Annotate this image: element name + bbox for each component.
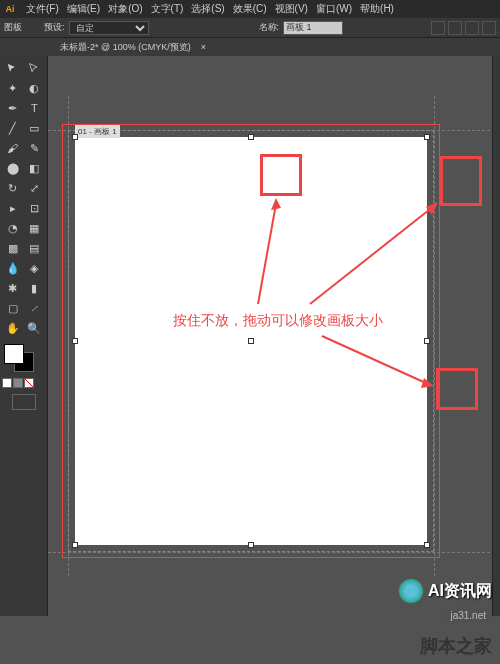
preset-select[interactable]: 自定 xyxy=(69,21,149,35)
pencil-tool[interactable]: ✎ xyxy=(24,138,46,158)
menu-help[interactable]: 帮助(H) xyxy=(356,2,398,16)
type-tool[interactable]: T xyxy=(24,98,46,118)
menu-effect[interactable]: 效果(C) xyxy=(229,2,271,16)
paintbrush-tool[interactable]: 🖌 xyxy=(2,138,24,158)
gradient-mode-icon[interactable] xyxy=(13,378,23,388)
artboard-mode-label: 图板 xyxy=(4,21,22,34)
preset-label: 预设: xyxy=(44,21,65,34)
none-mode-icon[interactable] xyxy=(24,378,34,388)
watermark-logo: AI资讯网 xyxy=(398,578,492,604)
lasso-tool[interactable]: ◐ xyxy=(24,78,46,98)
rectangle-tool[interactable]: ▭ xyxy=(24,118,46,138)
annotation-text: 按住不放，拖动可以修改画板大小 xyxy=(173,312,383,330)
watermark-url: ja31.net xyxy=(446,609,490,622)
slice-tool[interactable]: ⟋ xyxy=(24,298,46,318)
tab-close-icon[interactable]: × xyxy=(201,42,206,52)
artboard-name-input[interactable] xyxy=(283,21,343,35)
symbol-sprayer-tool[interactable]: ✱ xyxy=(2,278,24,298)
screen-mode-icon[interactable] xyxy=(12,394,36,410)
fill-swatch[interactable] xyxy=(4,344,24,364)
ctrl-icon-3[interactable] xyxy=(465,21,479,35)
name-label: 名称: xyxy=(259,21,280,34)
panel-dock-right[interactable] xyxy=(492,56,500,616)
pen-tool[interactable]: ✒ xyxy=(2,98,24,118)
rotate-tool[interactable]: ↻ xyxy=(2,178,24,198)
highlight-box-right xyxy=(436,368,478,410)
resize-handle-tl[interactable] xyxy=(72,134,78,140)
ctrl-icon-2[interactable] xyxy=(448,21,462,35)
scale-tool[interactable]: ⤢ xyxy=(24,178,46,198)
control-bar: 图板 预设: 自定 名称: xyxy=(0,18,500,38)
document-tabbar: 未标题-2* @ 100% (CMYK/预览) × xyxy=(0,38,500,56)
hand-tool[interactable]: ✋ xyxy=(2,318,24,338)
line-tool[interactable]: ╱ xyxy=(2,118,24,138)
watermark-icon xyxy=(398,578,424,604)
mesh-tool[interactable]: ▩ xyxy=(2,238,24,258)
color-swatches[interactable] xyxy=(2,342,45,374)
watermark-site: 脚本之家 xyxy=(420,634,492,658)
menu-view[interactable]: 视图(V) xyxy=(271,2,312,16)
blob-brush-tool[interactable]: ⬤ xyxy=(2,158,24,178)
perspective-tool[interactable]: ▦ xyxy=(24,218,46,238)
zoom-tool[interactable]: 🔍 xyxy=(24,318,46,338)
column-graph-tool[interactable]: ▮ xyxy=(24,278,46,298)
ctrl-icon-4[interactable] xyxy=(482,21,496,35)
app-logo: Ai xyxy=(2,2,18,16)
resize-handle-ml[interactable] xyxy=(72,338,78,344)
blend-tool[interactable]: ◈ xyxy=(24,258,46,278)
eyedropper-tool[interactable]: 💧 xyxy=(2,258,24,278)
menu-edit[interactable]: 编辑(E) xyxy=(63,2,104,16)
artboard-label[interactable]: 01 - 画板 1 xyxy=(75,125,120,138)
shape-builder-tool[interactable]: ◔ xyxy=(2,218,24,238)
menu-object[interactable]: 对象(O) xyxy=(104,2,146,16)
document-tab[interactable]: 未标题-2* @ 100% (CMYK/预览) xyxy=(54,41,197,54)
direct-selection-tool[interactable] xyxy=(24,58,46,78)
selection-tool[interactable] xyxy=(2,58,24,78)
gradient-tool[interactable]: ▤ xyxy=(24,238,46,258)
menubar: Ai 文件(F) 编辑(E) 对象(O) 文字(T) 选择(S) 效果(C) 视… xyxy=(0,0,500,18)
resize-handle-tr[interactable] xyxy=(424,134,430,140)
resize-handle-br[interactable] xyxy=(424,542,430,548)
resize-handle-mr[interactable] xyxy=(424,338,430,344)
watermark-text-1: AI资讯网 xyxy=(428,581,492,602)
menu-type[interactable]: 文字(T) xyxy=(147,2,188,16)
width-tool[interactable]: ▸ xyxy=(2,198,24,218)
resize-handle-bl[interactable] xyxy=(72,542,78,548)
toolbox: ✦◐ ✒T ╱▭ 🖌✎ ⬤◧ ↻⤢ ▸⊡ ◔▦ ▩▤ 💧◈ ✱▮ ▢⟋ ✋🔍 xyxy=(0,56,48,616)
menu-select[interactable]: 选择(S) xyxy=(187,2,228,16)
resize-handle-center[interactable] xyxy=(248,338,254,344)
magic-wand-tool[interactable]: ✦ xyxy=(2,78,24,98)
resize-handle-bc[interactable] xyxy=(248,542,254,548)
color-mode-icon[interactable] xyxy=(2,378,12,388)
artboard-tool[interactable]: ▢ xyxy=(2,298,24,318)
canvas[interactable]: 01 - 画板 1 按住不放，拖动可以修改画板大小 xyxy=(48,56,500,616)
menu-file[interactable]: 文件(F) xyxy=(22,2,63,16)
menu-window[interactable]: 窗口(W) xyxy=(312,2,356,16)
ctrl-icon-1[interactable] xyxy=(431,21,445,35)
highlight-box-corner xyxy=(440,156,482,206)
eraser-tool[interactable]: ◧ xyxy=(24,158,46,178)
free-transform-tool[interactable]: ⊡ xyxy=(24,198,46,218)
highlight-box-top xyxy=(260,154,302,196)
resize-handle-tc[interactable] xyxy=(248,134,254,140)
